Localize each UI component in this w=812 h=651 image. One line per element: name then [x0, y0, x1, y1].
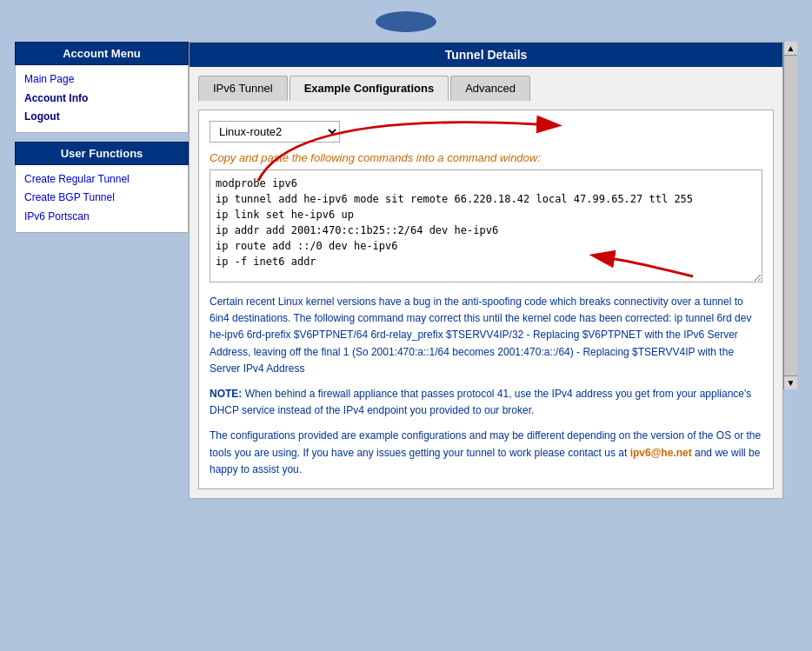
tab-ipv6-tunnel[interactable]: IPv6 Tunnel	[198, 76, 288, 101]
logo-area	[0, 9, 812, 35]
command-box[interactable]: modprobe ipv6 ip tunnel add he-ipv6 mode…	[210, 169, 762, 282]
logout-link[interactable]: Logout	[24, 108, 179, 127]
command-intro: Copy and paste the following commands in…	[210, 151, 762, 164]
main-page-link[interactable]: Main Page	[24, 70, 179, 90]
account-menu-header: Account Menu	[15, 42, 189, 65]
right-scrollbar[interactable]: ▲ ▼	[783, 42, 797, 389]
user-functions-section: User Functions Create Regular Tunnel Cre…	[15, 142, 189, 233]
tabs-container: IPv6 Tunnel Example Configurations Advan…	[198, 76, 774, 101]
user-functions-header: User Functions	[15, 142, 189, 165]
panel-header: Tunnel Details	[190, 43, 782, 67]
email-link[interactable]: ipv6@he.net	[630, 447, 692, 459]
tab-example-configurations[interactable]: Example Configurations	[290, 76, 449, 101]
footer-text: The configurations provided are example …	[210, 428, 762, 478]
user-functions-body: Create Regular Tunnel Create BGP Tunnel …	[15, 165, 189, 233]
content-area: Linux-route2 Linux-ip6tunnel FreeBSD Ope…	[198, 110, 774, 489]
account-menu-body: Main Page Account Info Logout	[15, 65, 189, 133]
account-menu-section: Account Menu Main Page Account Info Logo…	[15, 42, 189, 133]
account-info-link[interactable]: Account Info	[24, 90, 179, 109]
ipv6-portscan-link[interactable]: IPv6 Portscan	[24, 208, 179, 227]
create-bgp-tunnel-link[interactable]: Create BGP Tunnel	[24, 189, 179, 208]
info-text: Certain recent Linux kernel versions hav…	[210, 294, 762, 377]
config-select[interactable]: Linux-route2 Linux-ip6tunnel FreeBSD Ope…	[210, 121, 340, 143]
sidebar: Account Menu Main Page Account Info Logo…	[15, 42, 189, 242]
main-panel: Tunnel Details IPv6 Tunnel Example Confi…	[189, 42, 783, 499]
note-text: NOTE: When behind a firewall appliance t…	[210, 386, 762, 419]
svg-point-0	[376, 11, 436, 32]
tab-advanced[interactable]: Advanced	[450, 76, 530, 101]
dropdown-row: Linux-route2 Linux-ip6tunnel FreeBSD Ope…	[210, 121, 762, 143]
create-regular-tunnel-link[interactable]: Create Regular Tunnel	[24, 170, 179, 189]
panel-body: IPv6 Tunnel Example Configurations Advan…	[190, 67, 782, 498]
